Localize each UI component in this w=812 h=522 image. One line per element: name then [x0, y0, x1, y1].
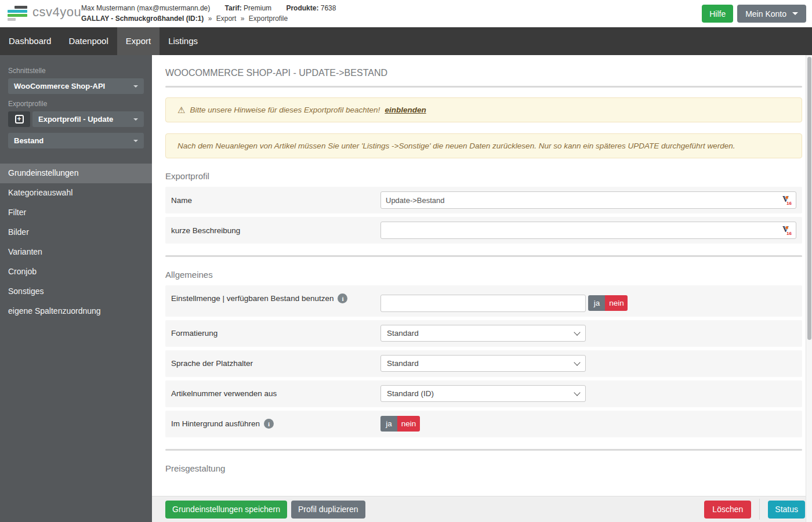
- sidebar-item-bilder[interactable]: Bilder: [0, 223, 152, 242]
- addon-badge: 16: [786, 201, 792, 206]
- section-allgemeines: Allgemeines: [165, 270, 802, 280]
- artikelnummer-label: Artikelnummer verwenden aus: [171, 389, 380, 398]
- chevron-down-icon: [133, 140, 138, 142]
- sidebar: Schnittstelle WooCommerce Shop-API Expor…: [0, 55, 152, 522]
- info-icon[interactable]: i: [338, 293, 347, 303]
- formatierung-label: Formatierung: [171, 329, 380, 338]
- sprache-select[interactable]: Standard: [380, 355, 586, 372]
- account-button-label: Mein Konto: [745, 9, 786, 19]
- app-logo[interactable]: csv4you: [8, 5, 81, 20]
- nav-tab-listings[interactable]: Listings: [160, 27, 206, 55]
- exportprofil-select-value: Exportprofil - Update: [38, 115, 113, 124]
- chevron-down-icon: [574, 389, 580, 396]
- hintergrund-toggle: ja nein: [380, 416, 420, 432]
- info-icon[interactable]: i: [264, 419, 274, 429]
- hintergrund-toggle-nein[interactable]: nein: [397, 416, 420, 432]
- chevron-down-icon: [574, 359, 580, 365]
- produkte-value: 7638: [321, 4, 336, 12]
- sidebar-item-grundeinstellungen[interactable]: Grundeinstellungen: [0, 164, 152, 183]
- delete-button[interactable]: Löschen: [704, 501, 751, 519]
- divider: [165, 86, 802, 88]
- warning-icon: ⚠: [177, 106, 185, 114]
- schnittstelle-select-value: WooCommerce Shop-API: [14, 82, 105, 90]
- logo-text: csv4you: [32, 5, 81, 20]
- divider: [165, 449, 802, 451]
- name-input[interactable]: [380, 191, 796, 209]
- einstellmenge-input[interactable]: [380, 295, 586, 312]
- einstellmenge-toggle: ja nein: [588, 295, 628, 311]
- chevron-down-icon: [574, 329, 580, 335]
- account-button[interactable]: Mein Konto: [737, 5, 806, 23]
- logo-bars-icon: [8, 5, 27, 19]
- breadcrumb-exportprofile[interactable]: Exportprofile: [249, 14, 288, 23]
- breadcrumb-separator: »: [208, 14, 212, 23]
- sidebar-item-cronjob[interactable]: Cronjob: [0, 262, 152, 282]
- sidebar-item-filter[interactable]: Filter: [0, 203, 152, 223]
- exportprofile-label: Exportprofile: [8, 100, 144, 108]
- divider: [759, 499, 760, 520]
- tarif-value: Premium: [244, 4, 271, 12]
- chevron-down-icon: [133, 118, 138, 121]
- row-formatierung: Formatierung Standard: [165, 320, 802, 347]
- chevron-down-icon: [792, 12, 798, 15]
- status-button[interactable]: Status: [768, 501, 805, 519]
- user-name: Max Mustermann (max@mustermann.de): [81, 4, 210, 12]
- top-header: csv4you Max Mustermann (max@mustermann.d…: [0, 0, 812, 27]
- page-title: WOOCOMMERCE SHOP-API - UPDATE->BESTAND: [165, 68, 802, 78]
- row-hintergrund: Im Hintergrund ausführen i ja nein: [165, 411, 802, 437]
- nav-tab-datenpool[interactable]: Datenpool: [60, 27, 117, 55]
- section-preisgestaltung: Preisgestaltung: [165, 463, 802, 473]
- formatierung-select-value: Standard: [387, 329, 419, 338]
- section-exportprofil: Exportprofil: [165, 171, 802, 181]
- artikelnummer-select-value: Standard (ID): [387, 389, 434, 398]
- einblenden-link[interactable]: einblenden: [385, 106, 426, 114]
- formatierung-select[interactable]: Standard: [380, 325, 586, 342]
- input-addon-icon[interactable]: V 16: [782, 195, 792, 206]
- add-profile-button[interactable]: +: [8, 111, 30, 127]
- beschreibung-input[interactable]: [380, 222, 796, 239]
- addon-badge: 16: [786, 231, 792, 236]
- name-label: Name: [171, 196, 380, 205]
- input-addon-icon[interactable]: V 16: [782, 225, 792, 236]
- breadcrumb-separator: »: [241, 14, 245, 23]
- breadcrumb: GALLAY - Schmuckgroßhandel (ID:1) » Expo…: [81, 13, 336, 24]
- main-nav: Dashboard Datenpool Export Listings: [0, 27, 812, 55]
- breadcrumb-root: GALLAY - Schmuckgroßhandel (ID:1): [81, 14, 204, 23]
- einstellmenge-label: Einstellmenge | verfügbaren Bestand benu…: [171, 294, 334, 303]
- footer-action-bar: Grundeinstellungen speichern Profil dupl…: [152, 496, 812, 522]
- nav-tab-export[interactable]: Export: [117, 27, 160, 55]
- header-actions: Hilfe Mein Konto: [702, 5, 806, 23]
- sidebar-item-sonstiges[interactable]: Sonstiges: [0, 282, 152, 302]
- save-settings-button[interactable]: Grundeinstellungen speichern: [165, 501, 287, 519]
- tarif-label: Tarif:: [225, 4, 242, 12]
- notice-update-info-text: Nach dem Neuanlegen von Artikel müssen S…: [177, 142, 735, 150]
- user-line: Max Mustermann (max@mustermann.de) Tarif…: [81, 3, 336, 13]
- scrollbar-track[interactable]: [806, 55, 812, 522]
- sprache-label: Sprache der Platzhalter: [171, 359, 380, 368]
- einstellmenge-toggle-ja[interactable]: ja: [588, 295, 605, 311]
- notice-update-info: Nach dem Neuanlegen von Artikel müssen S…: [165, 133, 802, 158]
- hintergrund-toggle-ja[interactable]: ja: [380, 416, 397, 432]
- sidebar-item-kategorieauswahl[interactable]: Kategorieauswahl: [0, 183, 152, 203]
- sidebar-item-spaltenzuordnung[interactable]: eigene Spaltenzuordnung: [0, 302, 152, 321]
- exportprofil-select[interactable]: Exportprofil - Update: [32, 111, 144, 127]
- row-name: Name V 16: [165, 187, 802, 213]
- hintergrund-label: Im Hintergrund ausführen: [171, 419, 260, 428]
- breadcrumb-export[interactable]: Export: [216, 14, 237, 23]
- notice-hinweise: ⚠ Bitte unsere Hinweise für dieses Expor…: [165, 97, 802, 122]
- schnittstelle-select[interactable]: WooCommerce Shop-API: [8, 78, 144, 94]
- row-beschreibung: kurze Beschreibung V 16: [165, 217, 802, 244]
- plus-icon: +: [15, 115, 24, 124]
- notice-hinweise-text: Bitte unsere Hinweise für dieses Exportp…: [190, 106, 380, 114]
- chevron-down-icon: [133, 85, 138, 88]
- einstellmenge-toggle-nein[interactable]: nein: [605, 295, 628, 311]
- bestand-select[interactable]: Bestand: [8, 133, 144, 148]
- nav-tab-dashboard[interactable]: Dashboard: [0, 27, 60, 55]
- sidebar-item-varianten[interactable]: Varianten: [0, 242, 152, 262]
- user-info-block: Max Mustermann (max@mustermann.de) Tarif…: [81, 3, 336, 24]
- artikelnummer-select[interactable]: Standard (ID): [380, 385, 586, 402]
- scrollbar-thumb[interactable]: [807, 57, 811, 340]
- beschreibung-label: kurze Beschreibung: [171, 226, 380, 235]
- help-button[interactable]: Hilfe: [702, 5, 733, 23]
- duplicate-profile-button[interactable]: Profil duplizieren: [291, 501, 365, 519]
